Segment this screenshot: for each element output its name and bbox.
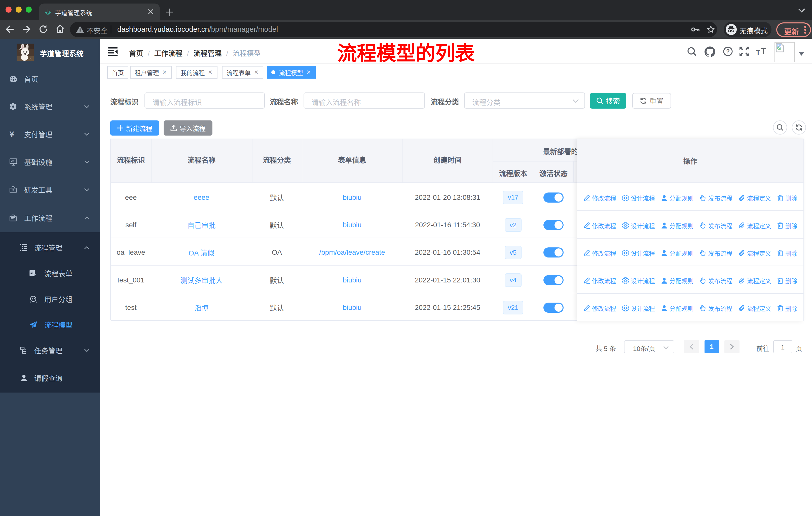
svg-text:?: ? — [726, 48, 730, 55]
